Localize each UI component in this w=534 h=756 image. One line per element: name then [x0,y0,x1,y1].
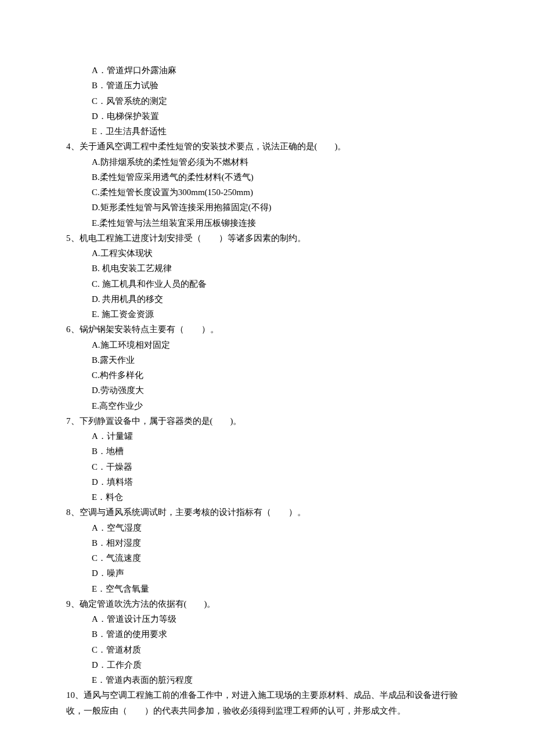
q6-stem: 6、锅炉钢架安装特点主要有（ ）。 [66,322,468,337]
q5-option-e: E. 施工资金资源 [66,307,468,322]
q6-option-b: B.露天作业 [66,352,468,368]
q3-option-b: B．管道压力试验 [66,78,468,93]
q6-option-c: C.构件多样化 [66,368,468,383]
q7-option-e: E．料仓 [66,489,468,505]
q7-option-d: D．填料塔 [66,474,468,489]
q9-option-b: B．管道的使用要求 [66,627,468,642]
q8-stem: 8、空调与通风系统调试时，主要考核的设计指标有（ ）。 [66,505,468,520]
q3-option-d: D．电梯保护装置 [66,109,468,124]
q8-option-b: B．相对湿度 [66,535,468,550]
q5-stem: 5、机电工程施工进度计划安排受（ ）等诸多因素的制约。 [66,231,468,246]
q9-option-d: D．工作介质 [66,657,468,672]
q7-option-a: A．计量罐 [66,429,468,444]
q8-option-e: E．空气含氧量 [66,581,468,596]
q7-option-b: B．地槽 [66,444,468,459]
q9-option-c: C．管道材质 [66,642,468,657]
q8-option-c: C．气流速度 [66,550,468,566]
q6-option-d: D.劳动强度大 [66,383,468,398]
q5-option-b: B. 机电安装工艺规律 [66,261,468,276]
q4-option-d: D.矩形柔性短管与风管连接采用抱箍固定(不得) [66,200,468,215]
q9-stem: 9、确定管道吹洗方法的依据有( )。 [66,596,468,611]
q8-option-a: A．空气湿度 [66,520,468,535]
q9-option-a: A．管道设计压力等级 [66,611,468,627]
q7-stem: 7、下列静置设备中，属于容器类的是( )。 [66,413,468,429]
q4-option-a: A.防排烟系统的柔性短管必须为不燃材料 [66,154,468,170]
q8-option-d: D．噪声 [66,566,468,581]
q3-option-c: C．风管系统的测定 [66,93,468,109]
q10-stem: 10、通风与空调工程施工前的准备工作中，对进入施工现场的主要原材料、成品、半成品… [66,687,468,718]
q4-stem: 4、关于通风空调工程中柔性短管的安装技术要点，说法正确的是( )。 [66,139,468,154]
q4-option-c: C.柔性短管长度设置为300mm(150-250mm) [66,185,468,200]
q5-option-a: A.工程实体现状 [66,246,468,261]
q3-option-e: E．卫生洁具舒适性 [66,124,468,139]
q6-option-e: E.高空作业少 [66,398,468,413]
q7-option-c: C．干燥器 [66,459,468,474]
q6-option-a: A.施工环境相对固定 [66,337,468,352]
page: A．管道焊口外露油麻 B．管道压力试验 C．风管系统的测定 D．电梯保护装置 E… [0,0,534,756]
q5-option-d: D. 共用机具的移交 [66,291,468,307]
q3-option-a: A．管道焊口外露油麻 [66,63,468,78]
q4-option-e: E.柔性短管与法兰组装宜采用压板铆接连接 [66,215,468,231]
q5-option-c: C. 施工机具和作业人员的配备 [66,276,468,291]
q4-option-b: B.柔性短管应采用透气的柔性材料(不透气) [66,170,468,185]
q9-option-e: E．管道内表面的脏污程度 [66,672,468,687]
